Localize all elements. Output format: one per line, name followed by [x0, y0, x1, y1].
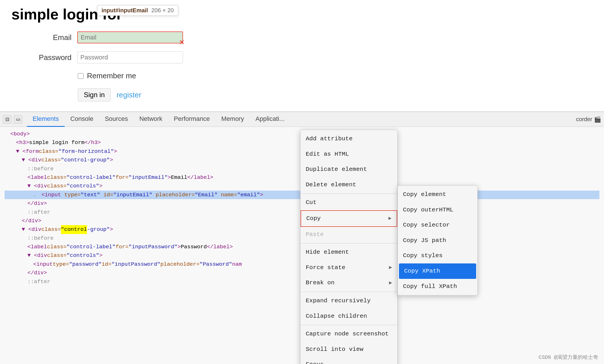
- recorder-label: corder: [576, 116, 592, 123]
- submenu-copy-js-path[interactable]: Copy JS path: [398, 233, 477, 248]
- submenu-copy-element[interactable]: Copy element: [398, 187, 477, 202]
- context-menu: Add attribute Edit as HTML Duplicate ele…: [300, 130, 398, 364]
- login-form: Email ✕ Password Remember me Sign in reg…: [34, 31, 593, 101]
- copy-arrow-icon: ▶: [388, 214, 392, 223]
- email-input[interactable]: [77, 31, 183, 43]
- email-label: Email: [34, 33, 71, 42]
- email-x-icon: ✕: [179, 39, 184, 46]
- tab-icons: ⊡ ▭: [3, 115, 22, 124]
- menu-edit-html[interactable]: Edit as HTML: [301, 147, 397, 162]
- menu-collapse-children[interactable]: Collapse children: [301, 309, 397, 324]
- tab-recorder[interactable]: corder 🎬: [576, 116, 601, 123]
- copy-submenu: Copy element Copy outerHTML Copy selecto…: [398, 185, 478, 295]
- button-row: Sign in register: [78, 88, 593, 101]
- tab-network[interactable]: Network: [134, 112, 168, 127]
- watermark: CSDN @渴望力量的哈士奇: [539, 353, 598, 362]
- menu-expand-recursively[interactable]: Expand recursively: [301, 293, 397, 309]
- tab-console[interactable]: Console: [65, 112, 99, 127]
- tab-sources[interactable]: Sources: [99, 112, 134, 127]
- separator-1: [301, 193, 397, 194]
- force-state-arrow-icon: ▶: [389, 263, 392, 272]
- devtools-content[interactable]: <body> <h3>simple login form</h3> ▼ <for…: [0, 127, 604, 364]
- inspect-icon[interactable]: ⊡: [3, 115, 11, 124]
- submenu-copy-styles[interactable]: Copy styles: [398, 248, 477, 263]
- break-on-arrow-icon: ▶: [389, 279, 392, 287]
- tab-performance[interactable]: Performance: [168, 112, 216, 127]
- tab-application[interactable]: Applicati...: [250, 112, 290, 127]
- submenu-copy-full-xpath[interactable]: Copy full XPath: [398, 279, 477, 294]
- remember-row: Remember me: [78, 71, 593, 80]
- device-icon[interactable]: ▭: [14, 115, 22, 124]
- submenu-copy-xpath[interactable]: Copy XPath: [399, 263, 476, 279]
- tab-elements[interactable]: Elements: [27, 112, 65, 127]
- signin-button[interactable]: Sign in: [78, 88, 111, 101]
- menu-break-on[interactable]: Break on ▶: [301, 275, 397, 291]
- submenu-copy-selector[interactable]: Copy selector: [398, 217, 477, 233]
- remember-checkbox[interactable]: [78, 73, 84, 79]
- menu-focus[interactable]: Focus: [301, 357, 397, 364]
- separator-2: [301, 243, 397, 243]
- register-link[interactable]: register: [116, 91, 141, 99]
- separator-3: [301, 292, 397, 292]
- menu-copy[interactable]: Copy ▶: [301, 210, 397, 227]
- email-input-wrapper: ✕: [77, 31, 183, 43]
- devtools-tabs: ⊡ ▭ Elements Console Sources Network Per…: [0, 112, 604, 127]
- submenu-copy-outerhtml[interactable]: Copy outerHTML: [398, 202, 477, 218]
- page-area: simple login for input#inputEmail 206 × …: [0, 0, 604, 111]
- menu-force-state[interactable]: Force state ▶: [301, 260, 397, 275]
- menu-delete-element[interactable]: Delete element: [301, 177, 397, 193]
- password-input[interactable]: [77, 51, 183, 63]
- tooltip-size: 206 × 20: [151, 7, 174, 14]
- separator-4: [301, 325, 397, 325]
- menu-duplicate-element[interactable]: Duplicate element: [301, 162, 397, 177]
- ellipsis-icon: …: [33, 193, 36, 198]
- menu-scroll-into-view[interactable]: Scroll into view: [301, 342, 397, 357]
- tooltip-selector: input#inputEmail: [102, 7, 148, 14]
- menu-hide-element[interactable]: Hide element: [301, 245, 397, 260]
- remember-label: Remember me: [87, 71, 136, 80]
- password-row: Password: [34, 51, 593, 63]
- menu-paste[interactable]: Paste: [301, 227, 397, 242]
- tab-memory[interactable]: Memory: [216, 112, 250, 127]
- email-row: Email ✕: [34, 31, 593, 43]
- password-label: Password: [34, 53, 71, 62]
- menu-add-attribute[interactable]: Add attribute: [301, 131, 397, 147]
- element-tooltip: input#inputEmail 206 × 20: [97, 5, 178, 16]
- recorder-icon: 🎬: [594, 116, 601, 123]
- menu-capture-screenshot[interactable]: Capture node screenshot: [301, 326, 397, 342]
- menu-cut[interactable]: Cut: [301, 195, 397, 210]
- devtools-panel: ⊡ ▭ Elements Console Sources Network Per…: [0, 111, 604, 364]
